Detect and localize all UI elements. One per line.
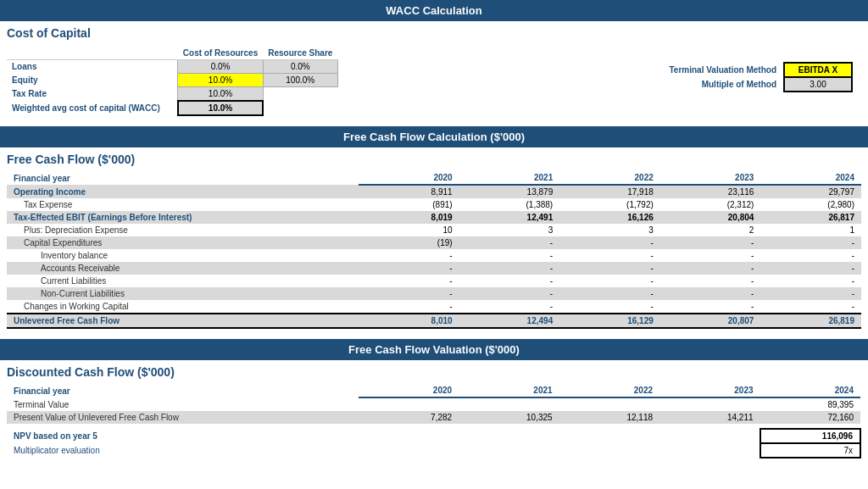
non-current-liabilities-row: Non-Current Liabilities - - - - -: [7, 287, 861, 300]
capex-2020: (19): [359, 236, 459, 249]
wc-2020: -: [359, 300, 459, 314]
tax-expense-2021: (1,388): [459, 198, 560, 211]
cl-2021: -: [459, 275, 560, 287]
fcf-year-2023: 2023: [660, 171, 761, 185]
npv-2021: [459, 429, 559, 443]
operating-income-2020: 8,911: [359, 185, 459, 198]
unlevered-fcf-row: Unlevered Free Cash Flow 8,010 12,494 16…: [7, 314, 861, 328]
npv-2020: [359, 429, 459, 443]
wacc-value: 10.0%: [178, 101, 263, 115]
depreciation-2024: 1: [760, 224, 861, 236]
depreciation-2020: 10: [359, 224, 459, 236]
npv-2023: [659, 429, 760, 443]
tv-2020: [359, 397, 459, 411]
fcf-content: Financial year 2020 2021 2022 2023 2024 …: [0, 168, 868, 336]
fcf-header: Free Cash Flow Calculation ($'000): [0, 126, 868, 147]
fcf-table: Financial year 2020 2021 2022 2023 2024 …: [7, 171, 861, 329]
tv-2023: [659, 397, 760, 411]
wacc-header: WACC Calculation: [0, 0, 868, 21]
capex-2022: -: [559, 236, 660, 249]
pv-2020: 7,282: [359, 411, 459, 424]
wacc-share: [263, 101, 337, 115]
unlevered-fcf-label: Unlevered Free Cash Flow: [7, 314, 359, 328]
tax-expense-2024: (2,980): [760, 198, 861, 211]
fcf-financial-year-label: Financial year: [7, 171, 359, 185]
loans-cost: 0.0%: [178, 60, 263, 74]
loans-share: 0.0%: [263, 60, 337, 74]
inventory-2020: -: [359, 249, 459, 262]
tax-expense-label: Tax Expense: [7, 198, 359, 211]
ufcf-2020: 8,010: [359, 314, 459, 328]
working-capital-row: Changes in Working Capital - - - - -: [7, 300, 861, 314]
tax-rate-cost: 10.0%: [178, 87, 263, 102]
fcf-year-2024: 2024: [760, 171, 861, 185]
val-year-2023: 2023: [659, 384, 760, 397]
tax-effected-ebit-2020: 8,019: [359, 211, 459, 224]
capex-row: Capital Expenditures (19) - - - -: [7, 236, 861, 249]
multiplicator-row: Multiplicator evaluation 7x: [7, 443, 860, 458]
wacc-table: Cost of Resources Resource Share Loans 0…: [7, 47, 338, 116]
tax-effected-ebit-2024: 26,817: [760, 211, 861, 224]
accounts-receivable-row: Accounts Receivable - - - - -: [7, 262, 861, 275]
multiple-method-label: Multiple of Method: [663, 77, 785, 92]
inventory-2021: -: [459, 249, 560, 262]
depreciation-2023: 2: [660, 224, 761, 236]
depreciation-2021: 3: [459, 224, 560, 236]
fcf-year-2022: 2022: [559, 171, 660, 185]
val-year-2021: 2021: [459, 384, 559, 397]
tax-rate-row: Tax Rate 10.0%: [7, 87, 337, 102]
tax-effected-ebit-row: Tax-Effected EBIT (Earnings Before Inter…: [7, 211, 861, 224]
capex-2024: -: [760, 236, 861, 249]
ncl-2021: -: [459, 287, 560, 300]
val-year-2024: 2024: [760, 384, 860, 397]
ncl-2020: -: [359, 287, 459, 300]
wacc-label: Weighted avg cost of capital (WACC): [7, 101, 178, 115]
pv-2021: 10,325: [459, 411, 559, 424]
cl-2024: -: [760, 275, 861, 287]
tv-2024: 89,395: [760, 397, 860, 411]
terminal-method-row: Terminal Valuation Method EBITDA X: [663, 63, 853, 77]
wc-2024: -: [760, 300, 861, 314]
ar-2020: -: [359, 262, 459, 275]
operating-income-row: Operating Income 8,911 13,879 17,918 23,…: [7, 185, 861, 198]
wacc-left-panel: Cost of Resources Resource Share Loans 0…: [7, 45, 338, 116]
val-header: Free Cash Flow Valuation ($'000): [0, 339, 868, 360]
terminal-value-row: Terminal Value 89,395: [7, 397, 860, 411]
cost-of-capital-title: Cost of Capital: [0, 21, 868, 42]
ar-2023: -: [660, 262, 761, 275]
fcf-year-2020: 2020: [359, 171, 459, 185]
fcf-title: Free Cash Flow ($'000): [0, 147, 868, 168]
val-year-2020: 2020: [359, 384, 459, 397]
cl-2023: -: [660, 275, 761, 287]
pv-ufcf-label: Present Value of Unlevered Free Cash Flo…: [7, 411, 359, 424]
capex-label: Capital Expenditures: [7, 236, 359, 249]
accounts-receivable-label: Accounts Receivable: [7, 262, 359, 275]
ar-2021: -: [459, 262, 560, 275]
cl-2022: -: [559, 275, 660, 287]
npv-row: NPV based on year 5 116,096: [7, 429, 860, 443]
wacc-section: Cost of Resources Resource Share Loans 0…: [0, 42, 868, 123]
equity-row: Equity 10.0% 100.0%: [7, 74, 337, 87]
depreciation-label: Plus: Depreciation Expense: [7, 224, 359, 236]
wc-2023: -: [660, 300, 761, 314]
pv-2023: 14,211: [659, 411, 760, 424]
operating-income-2021: 13,879: [459, 185, 560, 198]
operating-income-2022: 17,918: [559, 185, 660, 198]
capex-2021: -: [459, 236, 560, 249]
tax-expense-row: Tax Expense (891) (1,388) (1,792) (2,312…: [7, 198, 861, 211]
current-liabilities-row: Current Liabilities - - - - -: [7, 275, 861, 287]
npv-2022: [559, 429, 659, 443]
ar-2024: -: [760, 262, 861, 275]
cost-resources-header: Cost of Resources: [178, 47, 263, 60]
val-year-2022: 2022: [559, 384, 659, 397]
terminal-value-label: Terminal Value: [7, 397, 359, 411]
fcf-year-header-row: Financial year 2020 2021 2022 2023 2024: [7, 171, 861, 185]
tax-rate-label: Tax Rate: [7, 87, 178, 102]
npv-2024: 116,096: [760, 429, 860, 443]
val-year-header-row: Financial year 2020 2021 2022 2023 2024: [7, 384, 860, 397]
tax-effected-ebit-2021: 12,491: [459, 211, 560, 224]
inventory-label: Inventory balance: [7, 249, 359, 262]
tax-effected-ebit-2023: 20,804: [660, 211, 761, 224]
wacc-right-panel: Terminal Valuation Method EBITDA X Multi…: [338, 45, 861, 92]
fcf-year-2021: 2021: [459, 171, 560, 185]
